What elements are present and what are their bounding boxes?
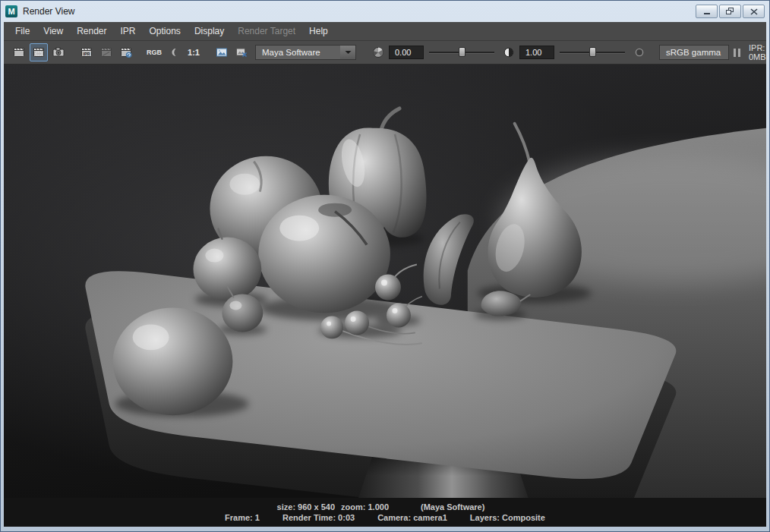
clapperboard-icon	[12, 46, 26, 59]
actual-size-button[interactable]: 1:1	[185, 43, 203, 61]
menubar: File View Render IPR Options Display Ren…	[4, 22, 766, 41]
render-region-button[interactable]	[30, 43, 48, 61]
maximize-button[interactable]	[719, 5, 741, 18]
keep-image-icon	[215, 46, 229, 59]
chevron-down-icon[interactable]	[340, 46, 355, 59]
faded-clapperboard-icon	[99, 46, 113, 59]
camera-icon	[52, 46, 65, 59]
color-wheel-icon	[371, 46, 385, 59]
render-viewport[interactable]	[4, 65, 766, 498]
ipr-refresh-button[interactable]	[117, 43, 135, 61]
rgb-icon: RGB	[147, 49, 162, 56]
clapperboard-refresh-icon	[119, 46, 133, 59]
toolbar: IPR	[4, 41, 766, 65]
exposure-slider-handle[interactable]	[459, 47, 465, 57]
remove-image-icon	[235, 46, 248, 59]
window-controls	[696, 5, 765, 18]
window-content: File View Render IPR Options Display Ren…	[4, 22, 766, 527]
exposure-slider[interactable]	[428, 45, 496, 60]
clapperboard-marquee-icon	[32, 46, 46, 59]
status-render-time: Render Time: 0:03	[282, 513, 355, 522]
contrast-icon	[503, 46, 515, 58]
menu-help[interactable]: Help	[302, 23, 335, 39]
menu-options[interactable]: Options	[143, 23, 188, 39]
remove-image-button[interactable]	[232, 43, 251, 61]
keep-image-button[interactable]	[213, 43, 231, 61]
window-title: Render View	[23, 6, 74, 17]
status-camera: Camera: camera1	[377, 513, 447, 522]
pause-ipr-button[interactable]	[731, 43, 743, 61]
one-to-one-icon: 1:1	[188, 48, 200, 57]
menu-view[interactable]: View	[36, 23, 70, 39]
minimize-button[interactable]	[696, 5, 718, 18]
status-line-1: size: 960 x 540zoom: 1.000(Maya Software…	[4, 502, 766, 512]
view-transform-dropdown[interactable]: sRGB gamma	[659, 45, 729, 60]
apple	[258, 195, 390, 313]
ipr-update-region-button	[97, 43, 115, 61]
render-image[interactable]	[4, 65, 766, 498]
contrast-field[interactable]	[519, 46, 554, 59]
pause-icon	[734, 49, 736, 57]
status-zoom: zoom: 1.000	[341, 502, 389, 512]
rgb-channels-button[interactable]: RGB	[145, 43, 163, 61]
close-button[interactable]	[743, 5, 765, 18]
ipr-status-group: IPR: 0MB	[731, 43, 766, 61]
alpha-channel-button[interactable]	[165, 43, 183, 61]
ipr-render-button[interactable]: IPR	[77, 43, 96, 61]
contrast-slider-handle[interactable]	[589, 47, 596, 57]
close-icon	[750, 8, 758, 15]
ipr-memory-label: IPR: 0MB	[749, 43, 766, 61]
menu-display[interactable]: Display	[188, 23, 231, 39]
menu-render[interactable]: Render	[70, 23, 113, 39]
renderer-dropdown-label: Maya Software	[256, 46, 339, 59]
restore-icon	[726, 8, 734, 15]
ipr-clapperboard-icon: IPR	[80, 46, 93, 59]
render-current-frame-button[interactable]	[10, 43, 28, 61]
contrast-toggle-button[interactable]	[500, 43, 518, 61]
contrast-slider[interactable]	[558, 45, 626, 60]
alpha-crescent-icon	[168, 46, 180, 58]
circle-icon	[634, 47, 645, 58]
minimize-icon	[703, 8, 711, 15]
snapshot-button[interactable]	[49, 43, 68, 61]
menu-file[interactable]: File	[8, 23, 36, 39]
orange	[113, 307, 233, 415]
svg-text:IPR: IPR	[84, 52, 90, 56]
status-layers: Layers: Composite	[470, 513, 545, 522]
menu-render-target: Render Target	[231, 23, 302, 39]
status-frame: Frame: 1	[225, 513, 260, 522]
exposure-field[interactable]	[389, 46, 424, 59]
maya-app-icon: M	[5, 5, 17, 17]
status-size: size: 960 x 540	[277, 502, 335, 512]
status-renderer: (Maya Software)	[421, 502, 484, 512]
render-view-window: M Render View File View Render IPR Opt	[0, 0, 770, 532]
color-reset-button[interactable]	[630, 43, 649, 61]
status-line-2: Frame: 1Render Time: 0:03Camera: camera1…	[4, 512, 766, 523]
menu-ipr[interactable]: IPR	[114, 23, 143, 39]
statusbar: size: 960 x 540zoom: 1.000(Maya Software…	[4, 498, 766, 527]
titlebar[interactable]: M Render View	[1, 1, 769, 22]
renderer-dropdown[interactable]: Maya Software	[255, 45, 356, 60]
color-management-button[interactable]	[369, 43, 387, 61]
